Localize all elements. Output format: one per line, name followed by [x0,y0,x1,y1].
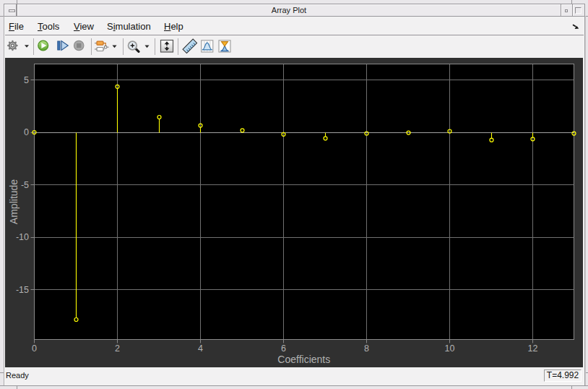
svg-text:8: 8 [364,343,369,354]
svg-text:Amplitude: Amplitude [8,179,20,224]
svg-text:0: 0 [32,343,37,354]
svg-text:-15: -15 [16,285,29,295]
svg-text:-10: -10 [16,232,29,242]
svg-text:-5: -5 [21,180,29,190]
svg-text:0: 0 [24,127,29,137]
svg-text:6: 6 [281,343,286,354]
svg-text:Coefficients: Coefficients [277,354,330,365]
svg-text:5: 5 [24,75,29,85]
svg-text:10: 10 [445,343,455,354]
svg-text:4: 4 [198,343,203,354]
svg-text:2: 2 [115,343,120,354]
svg-text:12: 12 [528,343,538,354]
